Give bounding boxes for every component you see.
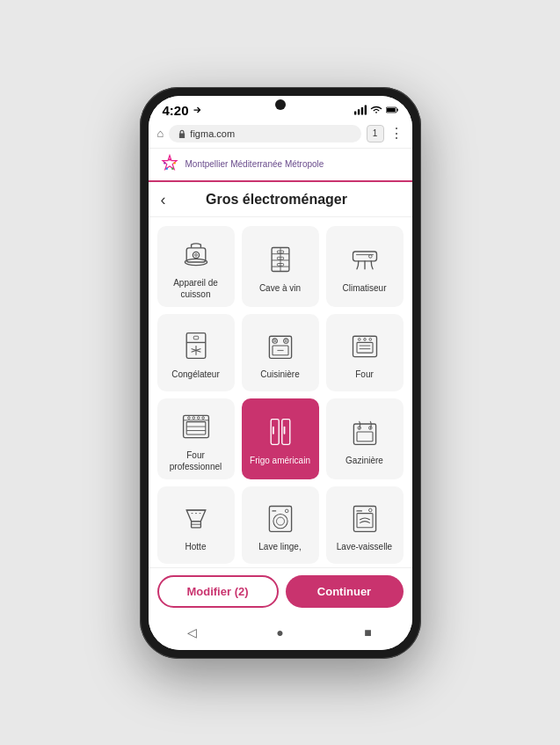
four-professionnel-icon: [178, 409, 214, 444]
svg-point-73: [276, 517, 284, 525]
svg-point-16: [194, 253, 197, 256]
continuer-button[interactable]: Continuer: [286, 575, 404, 608]
lock-icon: [178, 129, 186, 138]
svg-rect-42: [357, 342, 373, 353]
cave-vin-label: Cave à vin: [259, 282, 301, 294]
svg-point-43: [358, 338, 360, 340]
grid-item-cave-vin[interactable]: Cave à vin: [242, 226, 319, 307]
lave-linge-label: Lave linge,: [258, 541, 301, 552]
lave-linge-icon: [263, 500, 298, 536]
grid-item-frigo-americain[interactable]: Frigo américain: [242, 398, 319, 479]
page-title: Gros électroménager: [175, 192, 379, 208]
four-professionnel-label: Four professionnel: [163, 449, 229, 472]
browser-menu-icon[interactable]: ⋮: [389, 125, 404, 142]
grid-item-four[interactable]: Four: [326, 314, 404, 391]
grid-item-gaziniere[interactable]: Gazinière: [326, 398, 404, 479]
android-back-button[interactable]: ◁: [184, 624, 201, 641]
brand-text: Montpellier Méditerranée Métropole: [185, 159, 324, 169]
svg-point-37: [283, 339, 287, 343]
climatiseur-icon: [347, 242, 382, 277]
svg-rect-58: [281, 420, 289, 445]
four-label: Four: [355, 369, 374, 380]
climatiseur-label: Climatiseur: [342, 282, 386, 294]
android-nav: ◁ ● ■: [149, 617, 412, 650]
svg-point-75: [285, 509, 288, 513]
gaziniere-label: Gazinière: [345, 455, 383, 466]
svg-point-12: [164, 162, 165, 164]
page-header: ‹ Gros électroménager: [149, 182, 412, 217]
svg-rect-1: [357, 109, 359, 114]
svg-point-53: [197, 416, 200, 419]
signal-icon: [354, 104, 367, 116]
svg-rect-3: [364, 106, 366, 115]
grid-item-lave-vaisselle[interactable]: Lave-vaisselle: [326, 486, 404, 564]
gaziniere-icon: [347, 414, 382, 449]
grid-item-cuisiniere[interactable]: Cuisinière: [242, 314, 319, 391]
svg-rect-2: [360, 107, 362, 115]
svg-rect-25: [353, 252, 376, 261]
phone-frame: 4:20: [140, 87, 421, 659]
congelateur-label: Congélateur: [171, 369, 219, 380]
svg-point-38: [273, 340, 275, 342]
svg-rect-0: [354, 112, 356, 115]
url-text: figma.com: [190, 128, 235, 139]
congelateur-icon: [178, 328, 214, 363]
appareil-cuisson-icon: [178, 237, 214, 272]
svg-point-27: [368, 255, 372, 259]
svg-point-11: [165, 167, 167, 169]
grid-item-hotte[interactable]: Hotte: [157, 486, 235, 564]
arrow-icon: [192, 105, 202, 115]
camera-notch: [275, 99, 286, 110]
svg-point-54: [201, 416, 204, 419]
frigo-americain-icon: [263, 414, 298, 449]
url-bar[interactable]: figma.com: [169, 125, 360, 142]
status-time: 4:20: [163, 103, 202, 118]
svg-point-39: [285, 340, 287, 342]
svg-rect-33: [193, 336, 198, 340]
svg-point-9: [173, 162, 175, 164]
frigo-americain-label: Frigo américain: [250, 455, 310, 466]
android-home-button[interactable]: ●: [272, 624, 289, 641]
svg-point-51: [187, 416, 190, 419]
grid-item-congelateur[interactable]: Congélateur: [157, 314, 235, 391]
cuisiniere-label: Cuisinière: [260, 369, 299, 380]
four-icon: [347, 328, 382, 363]
phone-screen: 4:20: [149, 96, 412, 650]
hotte-icon: [178, 500, 214, 536]
modifier-button[interactable]: Modifier (2): [157, 575, 279, 608]
grid-item-four-professionnel[interactable]: Four professionnel: [157, 398, 235, 479]
grid-item-appareil-cuisson[interactable]: Appareil de cuisson: [157, 226, 235, 307]
browser-bar: ⌂ figma.com 1 ⋮: [149, 121, 412, 149]
lave-vaisselle-label: Lave-vaisselle: [337, 541, 392, 552]
brand-logo: [159, 154, 180, 175]
svg-point-36: [273, 339, 277, 343]
svg-rect-6: [386, 108, 395, 112]
appareil-cuisson-label: Appareil de cuisson: [163, 277, 229, 300]
svg-point-8: [168, 158, 170, 160]
battery-icon: [386, 104, 398, 116]
wifi-icon: [370, 104, 382, 116]
svg-rect-5: [396, 109, 397, 112]
svg-rect-62: [357, 432, 373, 442]
svg-rect-77: [357, 514, 373, 528]
svg-point-72: [273, 515, 287, 529]
svg-rect-49: [186, 421, 206, 434]
home-icon[interactable]: ⌂: [157, 127, 164, 140]
grid-item-climatiseur[interactable]: Climatiseur: [326, 226, 404, 307]
android-recent-button[interactable]: ■: [360, 624, 377, 641]
grid-item-lave-linge[interactable]: Lave linge,: [242, 486, 319, 564]
svg-point-79: [368, 508, 372, 512]
svg-point-10: [171, 167, 173, 169]
svg-rect-57: [271, 420, 279, 445]
app-header: Montpellier Méditerranée Métropole: [149, 149, 412, 182]
category-grid: Appareil de cuisson Cave à vin Climatise…: [149, 217, 412, 567]
svg-point-45: [368, 338, 371, 340]
tab-button[interactable]: 1: [367, 125, 384, 142]
lave-vaisselle-icon: [347, 500, 382, 536]
cave-vin-icon: [263, 242, 298, 277]
cuisiniere-icon: [263, 328, 298, 363]
bottom-bar: Modifier (2) Continuer: [149, 567, 412, 617]
back-button[interactable]: ‹: [161, 191, 166, 209]
svg-point-52: [192, 416, 194, 419]
hotte-label: Hotte: [185, 541, 207, 552]
